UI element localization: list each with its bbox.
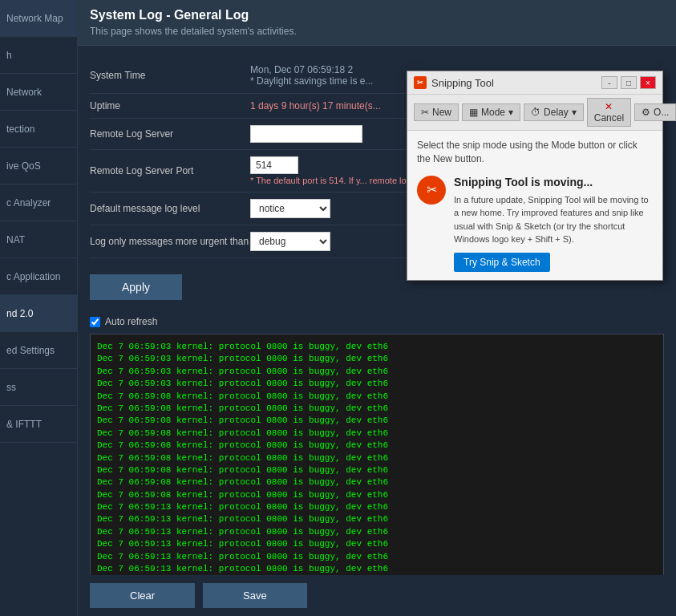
window-controls: - □ × xyxy=(601,76,656,89)
delay-dropdown-icon: ▾ xyxy=(572,107,577,118)
remote-log-port-label: Remote Log Server Port xyxy=(90,165,250,176)
snipping-moving-section: ✂ Snipping Tool is moving... In a future… xyxy=(417,176,653,272)
log-line: Dec 7 06:59:03 kernel: protocol 0800 is … xyxy=(97,341,657,353)
log-line: Dec 7 06:59:03 kernel: protocol 0800 is … xyxy=(97,378,657,390)
page-header: System Log - General Log This page shows… xyxy=(78,0,676,46)
log-line: Dec 7 06:59:08 kernel: protocol 0800 is … xyxy=(97,403,657,415)
default-log-select[interactable]: notice debug info warning error xyxy=(250,199,330,218)
daylight-note: * Daylight savings time is e... xyxy=(250,75,373,87)
log-line: Dec 7 06:59:03 kernel: protocol 0800 is … xyxy=(97,366,657,378)
system-time-value: Mon, Dec 07 06:59:18 2 xyxy=(250,64,373,75)
snipping-tool-dialog: ✂ Snipping Tool - □ × ✂ New ▦ Mode ▾ ⏱ D… xyxy=(407,71,663,281)
sidebar-item-analyzer[interactable]: c Analyzer xyxy=(0,184,77,221)
log-line: Dec 7 06:59:13 kernel: protocol 0800 is … xyxy=(97,526,657,538)
sidebar-item-network-map[interactable]: Network Map xyxy=(0,0,77,37)
auto-refresh-label: Auto refresh xyxy=(105,316,157,327)
log-urgent-label: Log only messages more urgent than xyxy=(90,236,250,247)
snipping-toolbar: ✂ New ▦ Mode ▾ ⏱ Delay ▾ ✕ Cancel ⚙ O... xyxy=(407,95,662,131)
log-line: Dec 7 06:59:08 kernel: protocol 0800 is … xyxy=(97,464,657,476)
sidebar-item-protection[interactable]: tection xyxy=(0,111,77,148)
other-button[interactable]: ⚙ O... xyxy=(634,103,676,121)
auto-refresh-row: Auto refresh xyxy=(90,316,664,327)
log-line: Dec 7 06:59:08 kernel: protocol 0800 is … xyxy=(97,452,657,464)
snipping-tool-title: Snipping Tool xyxy=(431,77,597,89)
log-line: Dec 7 06:59:13 kernel: protocol 0800 is … xyxy=(97,513,657,525)
new-snip-button[interactable]: ✂ New xyxy=(414,103,459,121)
snipping-titlebar: ✂ Snipping Tool - □ × xyxy=(407,71,662,95)
auto-refresh-checkbox[interactable] xyxy=(90,317,100,327)
default-log-label: Default message log level xyxy=(90,203,250,214)
remote-log-port-input[interactable] xyxy=(250,156,298,174)
log-line: Dec 7 06:59:08 kernel: protocol 0800 is … xyxy=(97,476,657,488)
apply-button[interactable]: Apply xyxy=(90,274,182,300)
main-content: System Log - General Log This page shows… xyxy=(78,0,676,616)
snipping-moving-text: In a future update, Snipping Tool will b… xyxy=(454,193,653,246)
sidebar-item-h[interactable]: h xyxy=(0,37,77,74)
mode-icon: ▦ xyxy=(469,107,478,118)
mode-button[interactable]: ▦ Mode ▾ xyxy=(462,103,520,121)
sidebar-item-settings[interactable]: ed Settings xyxy=(0,332,77,369)
maximize-button[interactable]: □ xyxy=(621,76,637,89)
snipping-tool-icon: ✂ xyxy=(414,76,427,89)
uptime-label: Uptime xyxy=(90,100,250,111)
log-line: Dec 7 06:59:13 kernel: protocol 0800 is … xyxy=(97,501,657,513)
log-line: Dec 7 06:59:03 kernel: protocol 0800 is … xyxy=(97,353,657,365)
snipping-moving-icon: ✂ xyxy=(417,176,446,205)
snipping-moving-content: Snipping Tool is moving... In a future u… xyxy=(454,176,653,272)
bottom-buttons: Clear Save xyxy=(78,575,676,616)
close-button[interactable]: × xyxy=(640,76,656,89)
delay-button[interactable]: ⏱ Delay ▾ xyxy=(524,103,584,121)
sidebar-item-nat[interactable]: NAT xyxy=(0,221,77,258)
log-line: Dec 7 06:59:08 kernel: protocol 0800 is … xyxy=(97,440,657,452)
log-line: Dec 7 06:59:08 kernel: protocol 0800 is … xyxy=(97,428,657,440)
minimize-button[interactable]: - xyxy=(601,76,617,89)
snipping-hint: Select the snip mode using the Mode butt… xyxy=(417,139,653,166)
snipping-moving-title: Snipping Tool is moving... xyxy=(454,176,653,188)
log-line: Dec 7 06:59:08 kernel: protocol 0800 is … xyxy=(97,391,657,403)
log-line: Dec 7 06:59:13 kernel: protocol 0800 is … xyxy=(97,538,657,550)
log-area[interactable]: Dec 7 06:59:03 kernel: protocol 0800 is … xyxy=(90,334,664,582)
sidebar-item-application[interactable]: c Application xyxy=(0,258,77,295)
remote-log-label: Remote Log Server xyxy=(90,128,250,140)
clear-button[interactable]: Clear xyxy=(90,583,195,608)
log-line: Dec 7 06:59:13 kernel: protocol 0800 is … xyxy=(97,563,657,575)
try-snip-sketch-button[interactable]: Try Snip & Sketch xyxy=(454,253,550,272)
sidebar: Network Map h Network tection ive QoS c … xyxy=(0,0,78,616)
gear-icon: ⚙ xyxy=(642,107,650,118)
remote-log-input[interactable] xyxy=(250,125,362,143)
log-line: Dec 7 06:59:13 kernel: protocol 0800 is … xyxy=(97,551,657,563)
sidebar-item-network[interactable]: Network xyxy=(0,74,77,111)
log-line: Dec 7 06:59:08 kernel: protocol 0800 is … xyxy=(97,489,657,501)
page-subtitle: This page shows the detailed system's ac… xyxy=(90,26,664,37)
snipping-body: Select the snip mode using the Mode butt… xyxy=(407,131,662,280)
log-line: Dec 7 06:59:08 kernel: protocol 0800 is … xyxy=(97,415,657,427)
uptime-value: 1 days 9 hour(s) 17 minute(s... xyxy=(250,100,381,111)
log-urgent-select[interactable]: debug notice info warning error xyxy=(250,232,330,251)
page-title: System Log - General Log xyxy=(90,8,664,22)
sidebar-item-ss[interactable]: ss xyxy=(0,369,77,406)
sidebar-item-qos[interactable]: ive QoS xyxy=(0,148,77,184)
save-button[interactable]: Save xyxy=(203,583,307,608)
cancel-button[interactable]: ✕ Cancel xyxy=(587,98,631,127)
system-time-label: System Time xyxy=(90,70,250,81)
sidebar-item-id2[interactable]: nd 2.0 xyxy=(0,295,77,332)
sidebar-item-ifttt[interactable]: & IFTTT xyxy=(0,406,77,443)
scissors-icon: ✂ xyxy=(421,107,429,118)
delay-icon: ⏱ xyxy=(531,107,540,118)
mode-dropdown-icon: ▾ xyxy=(508,107,513,118)
